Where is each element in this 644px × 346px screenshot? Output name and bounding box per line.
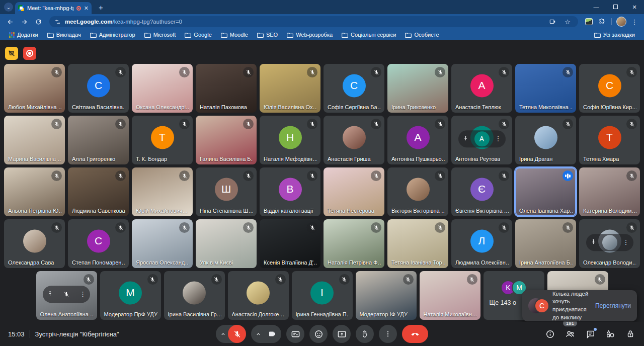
extension-shortcut-icon[interactable] (583, 16, 594, 27)
reactions-button[interactable] (309, 325, 328, 343)
participant-tile[interactable]: ШНіна Степанівна Ш… (196, 167, 257, 216)
participant-tile[interactable]: Вікторія Вікторівна … (387, 167, 448, 216)
participant-tile[interactable]: TТ. К. Бондар (132, 116, 193, 164)
people-icon[interactable]: 191 (564, 327, 577, 340)
bookmark-item[interactable]: Адміністратор (86, 31, 139, 39)
participant-tile[interactable]: Олександра Сава (4, 219, 65, 268)
view-requests-button[interactable]: Переглянути (595, 302, 631, 309)
profile-avatar[interactable] (616, 16, 627, 27)
participant-tile[interactable]: CСофія Юріївна Кир… (579, 64, 640, 113)
close-button[interactable]: ✕ (625, 4, 644, 11)
participant-tile[interactable]: Любов Михайлівна … (4, 64, 65, 113)
participant-tile[interactable]: AA⋮Антоніна Реутова (451, 116, 512, 164)
extensions-icon[interactable] (596, 16, 607, 27)
participant-tile[interactable]: CСвітлана Василівна… (68, 64, 129, 113)
all-bookmarks-button[interactable]: Усі закладки (590, 31, 639, 39)
mic-off-button[interactable] (228, 325, 246, 343)
minimize-button[interactable]: — (587, 4, 606, 10)
browser-menu-icon[interactable]: ⋮ (629, 16, 640, 27)
tile-hover-controls[interactable]: ⋮ (43, 286, 90, 303)
end-call-button[interactable] (402, 325, 428, 343)
pin-icon[interactable] (47, 290, 53, 299)
new-tab-button[interactable]: + (99, 3, 103, 12)
participant-tile[interactable]: ЛЛюдмила Олексіївн… (451, 219, 512, 268)
back-button[interactable] (4, 16, 16, 28)
captions-button[interactable] (286, 325, 304, 343)
bookmark-item[interactable]: Moodle (217, 31, 252, 39)
participant-tile[interactable]: Ярослав Олександ… (132, 219, 193, 268)
pin-icon[interactable] (462, 134, 469, 143)
participant-tile[interactable]: Модератор ІФ УДУ (356, 271, 417, 320)
bookmark-item[interactable]: Викладач (43, 31, 85, 39)
raise-hand-button[interactable] (356, 325, 374, 343)
participant-tile[interactable]: CСтепан Пономарен… (68, 219, 129, 268)
chevron-up-icon[interactable] (218, 331, 228, 337)
maximize-button[interactable] (606, 4, 625, 10)
participant-tile[interactable]: IІрина Геннадіївна П… (292, 271, 353, 320)
participant-tile[interactable]: Анастасія Гриша (324, 116, 384, 164)
host-controls-icon[interactable] (624, 327, 637, 340)
tab-search-icon[interactable]: ⌄ (4, 3, 13, 12)
present-screen-button[interactable] (333, 325, 351, 343)
participant-tile[interactable]: Ірина Василівна Гр… (164, 271, 225, 320)
bookmark-star-icon[interactable]: ☆ (562, 16, 573, 27)
participant-tile[interactable]: Ірина Трикозенко (387, 64, 448, 113)
participant-tile[interactable]: Юлія Василівна Ох… (260, 64, 320, 113)
more-options-icon[interactable]: ⋮ (623, 238, 629, 246)
participant-tile[interactable]: Ірина Драган (515, 116, 576, 164)
participant-tile[interactable]: Альона Петрівна Ю… (4, 167, 65, 216)
participant-tile[interactable]: Галина Василівна Б… (196, 116, 257, 164)
bookmark-item[interactable]: Microsoft (140, 31, 180, 39)
participant-tile[interactable]: TТетяна Хмара (579, 116, 640, 164)
participant-tile[interactable]: Оксана Олександрі… (132, 64, 193, 113)
bookmark-item[interactable]: Google (181, 31, 215, 39)
participant-tile[interactable]: Ірина Анатоліївна Б… (515, 219, 576, 268)
participant-tile[interactable]: AАнтоніна Пушкарьо… (387, 116, 448, 164)
address-bar[interactable]: meet.google.com/kea-mhpg-tpg?authuser=0 … (49, 16, 578, 27)
more-options-icon[interactable]: ⋮ (495, 135, 502, 142)
tab-close-icon[interactable]: ✕ (84, 5, 89, 12)
participant-tile[interactable]: Олена Іванівна Хар… (515, 167, 576, 216)
participant-tile[interactable]: Тетяна Миколаївна … (515, 64, 576, 113)
recording-indicator[interactable] (23, 47, 36, 60)
participant-tile[interactable]: CСофія Сергіївна Ба… (324, 64, 384, 113)
bookmark-item[interactable]: Особисте (401, 31, 443, 39)
participant-tile[interactable]: AАнастасія Теплюк (451, 64, 512, 113)
participant-tile[interactable]: HНаталія Мефодіївн… (260, 116, 320, 164)
bookmark-item[interactable]: SEO (253, 31, 282, 39)
pin-icon[interactable] (590, 238, 597, 247)
participant-tile[interactable]: Марина Василівна … (4, 116, 65, 164)
participant-tile[interactable]: Тетяна Іванівна Тор… (387, 219, 448, 268)
participant-tile[interactable]: Юрій Михайлович… (132, 167, 193, 216)
info-icon[interactable] (543, 327, 556, 340)
tab-media-icon[interactable] (547, 16, 558, 27)
more-options-button[interactable] (379, 325, 397, 343)
camera-button[interactable] (263, 325, 281, 343)
forward-button[interactable] (18, 16, 30, 28)
bookmark-item[interactable]: Додатки (5, 31, 42, 39)
activities-icon[interactable] (604, 327, 617, 340)
participant-tile[interactable]: Катерина Володим… (579, 167, 640, 216)
chat-icon[interactable] (584, 327, 597, 340)
bookmark-item[interactable]: Соціальні сервіси (338, 31, 400, 39)
participant-tile[interactable]: Наталія Миколаївн… (420, 271, 480, 320)
reload-button[interactable] (32, 16, 44, 28)
participant-tile[interactable]: Людмила Савєнкова (68, 167, 129, 216)
participant-tile[interactable]: Анастасія Долгоке… (228, 271, 289, 320)
tile-hover-controls[interactable]: A⋮ (458, 130, 506, 147)
participant-tile[interactable]: Наталія Пахомова (196, 64, 257, 113)
bookmark-item[interactable]: Web-розробка (283, 31, 337, 39)
participant-tile[interactable]: BВідділ каталогізації (260, 167, 320, 216)
site-settings-icon[interactable] (54, 19, 61, 25)
participant-tile[interactable]: Упк в м.Києві (196, 219, 257, 268)
participant-tile[interactable]: Ксенія Віталіївна Д'… (260, 219, 320, 268)
join-request-notification[interactable]: C Кілька людей хочуть приєднатися до вик… (522, 290, 637, 321)
participant-tile[interactable]: Алла Григоренко (68, 116, 129, 164)
tile-hover-controls[interactable]: ⋮ (586, 234, 633, 251)
participant-tile[interactable]: ⋮Олена Анатоліївна … (36, 271, 97, 320)
participant-tile[interactable]: MМодератор ПрФ УДУ (100, 271, 161, 320)
screen-share-off-indicator[interactable] (5, 47, 18, 60)
chevron-up-icon[interactable] (253, 331, 263, 337)
browser-tab[interactable]: Meet: "kea-mhpg-tpg" ✕ (15, 2, 92, 14)
participant-tile[interactable]: Тетяна Нестерова (324, 167, 384, 216)
